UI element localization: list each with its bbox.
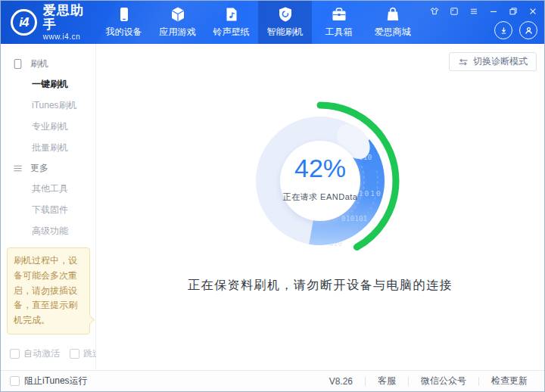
sidebar-item-download-firmware[interactable]: 下载固件 (1, 199, 95, 220)
nav-apps-games[interactable]: 应用游戏 (151, 1, 204, 44)
list-icon (12, 163, 23, 174)
flash-warning-tooltip: 刷机过程中，设备可能会多次重启，请勿拔插设备，直至提示刷机完成。 (7, 247, 90, 334)
nav-label: 应用游戏 (160, 26, 196, 39)
app-url: www.i4.cn (43, 33, 97, 41)
phone-icon (116, 6, 132, 23)
music-file-icon (223, 6, 240, 23)
nav-label: 铃声壁纸 (213, 26, 250, 39)
close-icon[interactable] (528, 6, 537, 16)
svg-text:010: 010 (329, 239, 342, 247)
checkbox-label: 自动激活 (23, 347, 60, 360)
block-itunes-checkbox[interactable]: 阻止iTunes运行 (10, 375, 88, 387)
shopping-bag-icon (385, 6, 401, 23)
nav-label: 我的设备 (106, 26, 142, 39)
toolbox-icon (331, 6, 347, 23)
wechat-official-link[interactable]: 微信公众号 (409, 375, 478, 387)
section-label: 更多 (30, 162, 48, 175)
device-icon (12, 58, 23, 70)
button-label: 切换诊断模式 (473, 55, 528, 68)
checkbox-label: 阻止iTunes运行 (24, 375, 88, 387)
checkbox-box[interactable] (10, 349, 20, 359)
checkbox-box[interactable] (10, 376, 20, 386)
customer-service-link[interactable]: 客服 (366, 375, 408, 387)
window-controls (429, 6, 537, 39)
sidebar-item-batch-flash[interactable]: 批量刷机 (1, 137, 95, 158)
menu-icon[interactable] (469, 6, 478, 16)
ring-center (280, 141, 360, 221)
swap-arrows-icon (458, 58, 469, 66)
account-icon (524, 26, 534, 36)
nav-label: 工具箱 (325, 26, 353, 39)
main-nav: 我的设备 应用游戏 铃声壁纸 (97, 1, 419, 44)
logo-i4-icon: i4 (11, 9, 37, 36)
sidebar-item-other-tools[interactable]: 其他工具 (1, 178, 95, 199)
app-header: i4 爱思助手 www.i4.cn 我的设备 应用游戏 (1, 1, 544, 44)
nav-i4-store[interactable]: 爱思商城 (366, 1, 419, 44)
app-window: i4 爱思助手 www.i4.cn 我的设备 应用游戏 (0, 0, 545, 392)
nav-my-devices[interactable]: 我的设备 (97, 1, 151, 44)
status-bar-right: V8.26 客服 微信公众号 检查更新 (317, 375, 540, 387)
nav-label: 智能刷机 (267, 26, 304, 39)
flash-progress-ring: 010 01010 010101 010 42% 正在请求 EANData (237, 98, 403, 264)
account-button[interactable] (519, 21, 537, 39)
flash-warning-message: 正在保资料刷机，请勿断开设备与电脑的连接 (96, 278, 544, 294)
download-icon (499, 26, 509, 36)
flash-progress-panel: 切换诊断模式 (96, 44, 544, 370)
sidebar: 刷机 一键刷机 iTunes刷机 专业刷机 批量刷机 更多 其他工具 下载固件 … (1, 44, 96, 370)
sidebar-item-itunes-flash[interactable]: iTunes刷机 (1, 95, 95, 116)
nav-ringtones-wallpapers[interactable]: 铃声壁纸 (204, 1, 258, 44)
theme-skin-icon[interactable] (429, 6, 439, 16)
sidebar-section-more: 更多 (1, 158, 95, 178)
notes-icon[interactable] (449, 6, 459, 16)
app-title: 爱思助手 (43, 4, 97, 32)
maximize-icon[interactable] (508, 6, 518, 16)
progress-donut: 010 01010 010101 010 (237, 98, 403, 264)
sidebar-item-advanced-features[interactable]: 高级功能 (1, 220, 95, 241)
version-label: V8.26 (317, 376, 365, 387)
flash-options: 自动激活 跳过向导 (1, 334, 95, 370)
section-label: 刷机 (30, 58, 48, 70)
cube-icon (170, 6, 186, 23)
nav-label: 爱思商城 (375, 26, 411, 39)
nav-smart-flash[interactable]: 智能刷机 (258, 1, 312, 44)
sidebar-item-one-click-flash[interactable]: 一键刷机 (1, 73, 95, 95)
shield-refresh-icon (277, 6, 294, 23)
switch-diagnostic-mode-button[interactable]: 切换诊断模式 (449, 52, 537, 71)
svg-text:010101: 010101 (341, 214, 368, 222)
nav-toolbox[interactable]: 工具箱 (312, 1, 366, 44)
sidebar-section-flash: 刷机 (1, 54, 95, 73)
status-bar: 阻止iTunes运行 V8.26 客服 微信公众号 检查更新 (1, 370, 544, 391)
minimize-icon[interactable] (488, 6, 498, 16)
check-update-link[interactable]: 检查更新 (479, 375, 540, 387)
download-manager-button[interactable] (494, 21, 512, 39)
auto-activate-checkbox[interactable]: 自动激活 (10, 347, 60, 360)
checkbox-box[interactable] (70, 349, 79, 359)
app-logo: i4 爱思助手 www.i4.cn (1, 1, 97, 44)
sidebar-item-pro-flash[interactable]: 专业刷机 (1, 116, 95, 137)
